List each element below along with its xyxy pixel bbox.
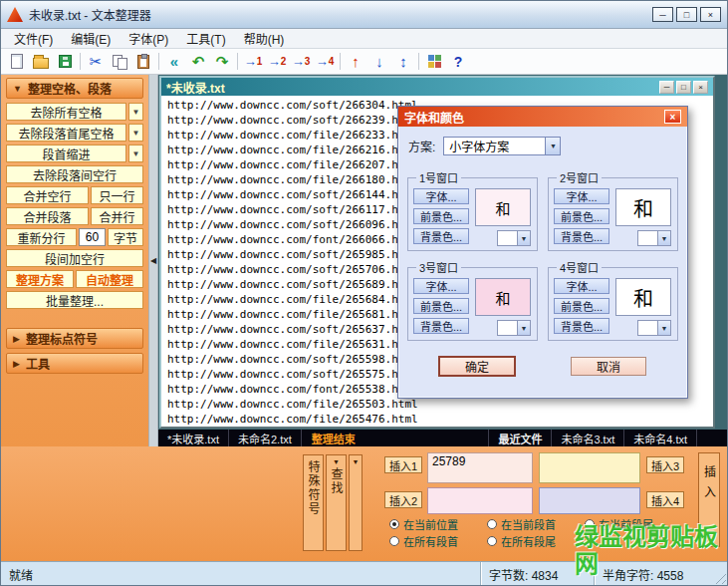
undo-button[interactable]: ↶ bbox=[186, 51, 210, 73]
background-color-button[interactable]: 背景色... bbox=[413, 228, 469, 244]
tab-find[interactable]: ▼ 查找 bbox=[326, 454, 347, 551]
maximize-button[interactable]: □ bbox=[676, 7, 697, 22]
dialog-title-bar[interactable]: 字体和颜色 × bbox=[398, 107, 687, 127]
doc-minimize-button[interactable]: ─ bbox=[659, 81, 674, 94]
radio-current-position[interactable]: 在当前位置 bbox=[389, 516, 487, 532]
trim-paragraph-spaces-button[interactable]: 去除段落首尾空格 bbox=[6, 124, 126, 142]
remove-all-spaces-button[interactable]: 去除所有空格 bbox=[6, 103, 126, 121]
menu-help[interactable]: 帮助(H) bbox=[235, 28, 294, 49]
swap-button[interactable]: ↕ bbox=[391, 51, 415, 73]
menu-edit[interactable]: 编辑(E) bbox=[62, 28, 120, 49]
add-blank-line-button[interactable]: 段间加空行 bbox=[6, 249, 143, 267]
move-down-button[interactable]: ↓ bbox=[367, 51, 391, 73]
remove-blank-lines-button[interactable]: 去除段落间空行 bbox=[6, 165, 143, 183]
save-file-button[interactable] bbox=[53, 51, 77, 73]
scheme-select[interactable]: 小字体方案 ▼ bbox=[443, 137, 561, 155]
tab-label: 特殊符号 bbox=[305, 460, 322, 516]
merge-paragraphs-button[interactable]: 合并段落 bbox=[6, 207, 89, 225]
close-button[interactable]: × bbox=[700, 7, 721, 22]
radio-current-paragraph-start[interactable]: 在当前段首 bbox=[487, 516, 585, 532]
menu-tools[interactable]: 工具(T) bbox=[177, 28, 234, 49]
insert-text-field-3[interactable] bbox=[539, 452, 640, 483]
open-file-button[interactable] bbox=[29, 51, 53, 73]
insert-text-field-1[interactable]: 25789 bbox=[427, 452, 533, 483]
background-color-select[interactable]: ▼ bbox=[497, 230, 531, 246]
merge-lines-button[interactable]: 合并行 bbox=[91, 207, 143, 225]
go-first-button[interactable]: « bbox=[162, 51, 186, 73]
format-scheme-button[interactable]: 整理方案 bbox=[6, 270, 74, 288]
redo-button[interactable]: ↷ bbox=[210, 51, 234, 73]
tab-file-1[interactable]: *未收录.txt bbox=[158, 430, 229, 446]
tab-file-2[interactable]: 未命名2.txt bbox=[229, 430, 302, 446]
font-button[interactable]: 字体... bbox=[413, 278, 469, 294]
doc-close-button[interactable]: × bbox=[693, 81, 708, 94]
foreground-color-button[interactable]: 前景色... bbox=[413, 298, 469, 314]
tab-special-symbols[interactable]: 特殊符号 bbox=[303, 454, 324, 551]
ok-button[interactable]: 确定 bbox=[439, 357, 515, 376]
goto-window-3-button[interactable]: →3 bbox=[289, 51, 313, 73]
new-file-button[interactable] bbox=[5, 51, 29, 73]
tab-file-3[interactable]: 未命名3.txt bbox=[552, 430, 624, 446]
background-color-select[interactable]: ▼ bbox=[637, 320, 671, 336]
cut-button[interactable]: ✂ bbox=[84, 51, 108, 73]
section-punctuation[interactable]: ▶ 整理标点符号 bbox=[6, 328, 143, 349]
trim-paragraph-spaces-dropdown[interactable]: ▼ bbox=[128, 124, 143, 142]
background-color-button[interactable]: 背景色... bbox=[554, 318, 609, 334]
insert-2-button[interactable]: 插入2 bbox=[384, 491, 422, 508]
tab-file-4[interactable]: 未命名4.txt bbox=[624, 430, 697, 446]
section-spaces-paragraphs[interactable]: ▼ 整理空格、段落 bbox=[6, 78, 143, 99]
format-sidebar: ▼ 整理空格、段落 去除所有空格 ▼ 去除段落首尾空格 ▼ 段首缩进 ▼ 去除段… bbox=[1, 75, 148, 446]
radio-current-paragraph-end[interactable]: 在当前段尾 bbox=[585, 516, 682, 532]
background-color-button[interactable]: 背景色... bbox=[413, 318, 469, 334]
font-button[interactable]: 字体... bbox=[554, 278, 609, 294]
remove-all-spaces-dropdown[interactable]: ▼ bbox=[128, 103, 143, 121]
doc-maximize-button[interactable]: □ bbox=[676, 81, 691, 94]
font-button[interactable]: 字体... bbox=[554, 188, 609, 204]
indent-first-line-dropdown[interactable]: ▼ bbox=[128, 145, 143, 162]
auto-format-button[interactable]: 自动整理 bbox=[76, 270, 143, 288]
cancel-button[interactable]: 取消 bbox=[571, 357, 646, 376]
insert-text-field-2[interactable] bbox=[427, 487, 533, 514]
move-up-button[interactable]: ↑ bbox=[344, 51, 367, 73]
menu-font[interactable]: 字体(P) bbox=[120, 28, 177, 49]
radio-all-paragraph-end[interactable]: 在所有段尾 bbox=[487, 533, 585, 549]
batch-format-button[interactable]: 批量整理... bbox=[6, 291, 143, 309]
insert-vertical-button[interactable]: 插入 bbox=[698, 452, 720, 547]
dialog-close-button[interactable]: × bbox=[664, 110, 681, 124]
help-button[interactable]: ? bbox=[446, 51, 470, 73]
rewrap-unit-button[interactable]: 字节 bbox=[108, 228, 143, 246]
background-color-select[interactable]: ▼ bbox=[497, 320, 531, 336]
only-one-line-button[interactable]: 只一行 bbox=[91, 186, 143, 204]
minimize-button[interactable]: ─ bbox=[652, 7, 673, 22]
menu-file[interactable]: 文件(F) bbox=[5, 28, 62, 49]
document-title-bar[interactable]: *未收录.txt ─ □ × bbox=[161, 78, 713, 96]
insert-1-button[interactable]: 插入1 bbox=[384, 456, 422, 473]
tab-scroll-button[interactable]: ▼ bbox=[349, 454, 363, 551]
paste-button[interactable] bbox=[131, 51, 155, 73]
insert-4-button[interactable]: 插入4 bbox=[646, 491, 684, 508]
background-color-button[interactable]: 背景色... bbox=[554, 228, 609, 244]
foreground-color-button[interactable]: 前景色... bbox=[554, 208, 609, 224]
tile-windows-button[interactable] bbox=[422, 51, 446, 73]
merge-blank-lines-button[interactable]: 合并空行 bbox=[6, 186, 89, 204]
radio-all-paragraph-start[interactable]: 在所有段首 bbox=[389, 533, 487, 549]
rewrap-button[interactable]: 重新分行 bbox=[6, 228, 77, 246]
goto-window-2-button[interactable]: →2 bbox=[265, 51, 289, 73]
foreground-color-button[interactable]: 前景色... bbox=[413, 208, 469, 224]
redo-icon: ↷ bbox=[216, 54, 229, 69]
indent-first-line-button[interactable]: 段首缩进 bbox=[6, 145, 126, 162]
goto-window-1-button[interactable]: →1 bbox=[241, 51, 265, 73]
sidebar-splitter[interactable]: ◀ bbox=[148, 75, 158, 446]
menu-bar: 文件(F) 编辑(E) 字体(P) 工具(T) 帮助(H) bbox=[1, 29, 727, 49]
font-button[interactable]: 字体... bbox=[413, 188, 469, 204]
title-bar[interactable]: 未收录.txt - 文本整理器 ─ □ × bbox=[1, 1, 727, 29]
insert-text-field-4[interactable] bbox=[539, 487, 640, 514]
rewrap-width-input[interactable]: 60 bbox=[79, 228, 106, 246]
background-color-select[interactable]: ▼ bbox=[637, 230, 671, 246]
goto-window-4-button[interactable]: →4 bbox=[313, 51, 337, 73]
recent-files-button[interactable]: 最近文件 bbox=[488, 430, 552, 446]
section-tools[interactable]: ▶ 工具 bbox=[6, 353, 143, 374]
copy-button[interactable] bbox=[108, 51, 131, 73]
insert-3-button[interactable]: 插入3 bbox=[646, 456, 684, 473]
foreground-color-button[interactable]: 前景色... bbox=[554, 298, 609, 314]
